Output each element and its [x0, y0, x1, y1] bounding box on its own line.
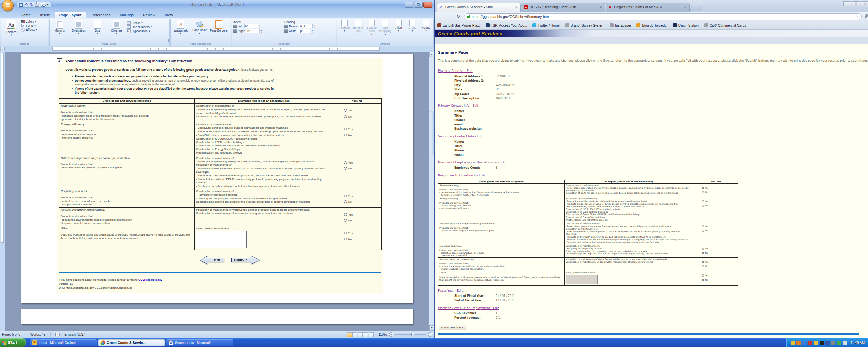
radio-no-icon[interactable]	[344, 134, 347, 136]
chrome-restore-button[interactable]: ❐	[852, 1, 860, 6]
radio-yes-icon[interactable]	[702, 187, 704, 189]
radio-yes[interactable]: Yes	[702, 200, 708, 203]
bookmark-item[interactable]: Instapaper	[610, 23, 631, 27]
back-nav-button[interactable]: ←	[437, 14, 444, 19]
ribbon-tab-review[interactable]: Review	[139, 12, 160, 18]
taskbar-clock[interactable]: 11:49 AM	[850, 341, 865, 345]
hyphenation-button[interactable]: bcHyphenation▾	[127, 29, 152, 33]
browser-tab[interactable]: ✱Diego's Hair Salon For Men & V✕	[606, 3, 690, 12]
radio-no[interactable]: No	[702, 265, 708, 268]
start-button[interactable]: Start	[0, 338, 26, 347]
office-button[interactable]	[2, 0, 14, 11]
radio-yes-icon[interactable]	[344, 161, 347, 164]
radio-no[interactable]: No	[344, 238, 352, 241]
radio-yes[interactable]: Yes	[702, 187, 708, 189]
new-tab-button[interactable]	[690, 5, 703, 11]
bookmark-item[interactable]: Blog do Torcedor	[636, 23, 667, 27]
chrome-minimize-button[interactable]: —	[843, 1, 851, 6]
section-edit-link[interactable]: Number of Employees at this Worksite - E…	[438, 161, 506, 164]
radio-yes[interactable]: Yes	[344, 109, 353, 113]
radio-no-icon[interactable]	[702, 252, 704, 254]
section-edit-link[interactable]: Primary Contact Info - Edit	[438, 104, 478, 107]
radio-yes[interactable]: Yes	[344, 213, 353, 217]
mouse-icon[interactable]	[843, 341, 847, 345]
paragraph-dialog-launcher[interactable]	[332, 39, 335, 42]
bookmark-item[interactable]: Brandt Survey System	[565, 23, 604, 27]
spellcheck-icon[interactable]: ✓	[55, 333, 60, 336]
display-icon[interactable]	[825, 341, 830, 345]
page-setup-dialog-launcher[interactable]	[166, 39, 169, 42]
radio-yes-icon[interactable]	[344, 213, 347, 216]
radio-yes[interactable]: Yes	[344, 161, 353, 165]
theme-colors-button[interactable]: Colors▾	[21, 20, 37, 23]
radio-no[interactable]: No	[702, 279, 708, 281]
ribbon-tab-page-layout[interactable]: Page Layout	[55, 12, 86, 18]
radio-yes[interactable]: Yes	[344, 195, 353, 198]
zoom-in-button[interactable]: +	[428, 332, 432, 337]
indent-left-spinner[interactable]: ▲▼	[259, 25, 261, 28]
theme-effects-button[interactable]: Effects▾	[21, 28, 37, 32]
zoom-slider[interactable]	[395, 334, 426, 335]
network-icon[interactable]	[802, 341, 807, 345]
vertical-ruler[interactable]	[0, 52, 5, 331]
scroll-up-arrow[interactable]: ▲	[429, 52, 434, 57]
line-numbers-button[interactable]: Line Numbers▾	[127, 25, 152, 29]
word-count[interactable]: Words: 49	[30, 333, 45, 336]
radio-yes-icon[interactable]	[344, 128, 347, 130]
watermark-button[interactable]: Watermark▾	[172, 20, 190, 42]
radio-yes-icon[interactable]	[702, 274, 704, 277]
wrench-menu-icon[interactable]	[864, 14, 868, 19]
radio-no-icon[interactable]	[702, 205, 704, 207]
radio-yes-icon[interactable]	[702, 261, 704, 263]
taskbar-item[interactable]: WScreenshots - Microsoft ...	[166, 339, 233, 346]
ssl-lock-icon[interactable]	[467, 16, 470, 18]
ribbon-tab-insert[interactable]: Insert	[36, 12, 54, 18]
browser-tab[interactable]: ▸RUSH - "Headlong Flight" - Of!✕	[521, 3, 605, 12]
zoom-level[interactable]: 110%	[378, 333, 387, 336]
spacing-after-input[interactable]: 0 pt	[297, 29, 310, 33]
themes-button[interactable]: Aa Themes▾	[2, 20, 20, 42]
section-edit-link[interactable]: Secondary Contact Info - Edit	[438, 135, 483, 138]
describe-textarea[interactable]	[566, 275, 598, 284]
scroll-down-arrow[interactable]: ▼	[429, 325, 434, 331]
shield-icon[interactable]	[808, 341, 812, 345]
responses-edit-link[interactable]: Responses to Question 4 - Edit	[438, 174, 485, 177]
mail-icon[interactable]	[791, 341, 795, 345]
radio-no-icon[interactable]	[702, 230, 704, 232]
ribbon-tab-mailings[interactable]: Mailings	[116, 12, 138, 18]
radio-no[interactable]: No	[344, 200, 352, 204]
chrome-close-button[interactable]: ✕	[861, 1, 868, 6]
radio-yes[interactable]: Yes	[702, 247, 708, 250]
radio-no[interactable]: No	[344, 134, 352, 137]
orientation-button[interactable]: Orientation▾	[70, 20, 87, 42]
radio-no-icon[interactable]	[344, 200, 347, 203]
radio-no-icon[interactable]	[344, 167, 347, 170]
taskbar-item[interactable]: ✉Inbox - Microsoft Outlook	[30, 339, 97, 346]
submit-button[interactable]: Submit Data to BLS	[439, 325, 466, 330]
continue-button[interactable]: Continue	[231, 256, 260, 264]
radio-yes-icon[interactable]	[344, 109, 347, 112]
radio-yes[interactable]: Yes	[702, 261, 708, 263]
browser-tab[interactable]: eGreen Goods & Services - Sum✕	[437, 3, 521, 12]
radio-yes[interactable]: Yes	[702, 225, 708, 228]
radio-yes-icon[interactable]	[344, 195, 347, 197]
bookmark-item[interactable]: TSP: Access Your Acc...	[486, 23, 527, 27]
lock-icon[interactable]	[814, 341, 818, 345]
align-button[interactable]: Align▾	[393, 20, 405, 42]
document-canvas[interactable]: 4 Your establishment is classified as th…	[5, 52, 429, 331]
bookmark-item[interactable]: Union Station	[673, 23, 699, 27]
back-button[interactable]: Back	[200, 256, 224, 264]
spacing-before-input[interactable]: 0 pt	[299, 24, 313, 28]
radio-no[interactable]: No	[344, 167, 352, 170]
document-page[interactable]: 4 Your establishment is classified as th…	[21, 54, 413, 303]
radio-yes-icon[interactable]	[702, 200, 704, 202]
tab-selector[interactable]: L	[0, 47, 5, 51]
describe-textarea[interactable]	[196, 231, 247, 248]
bookmark-item[interactable]: Citi® Commercial Cards	[704, 23, 746, 27]
radio-no[interactable]: No	[702, 191, 708, 194]
bookmark-item[interactable]: Twitter / Home	[532, 23, 559, 27]
calendar-icon[interactable]	[796, 341, 801, 345]
language-indicator[interactable]: English (U.S.)	[64, 333, 85, 336]
radio-yes[interactable]: Yes	[344, 128, 353, 131]
restore-button[interactable]: ❐	[414, 2, 423, 8]
